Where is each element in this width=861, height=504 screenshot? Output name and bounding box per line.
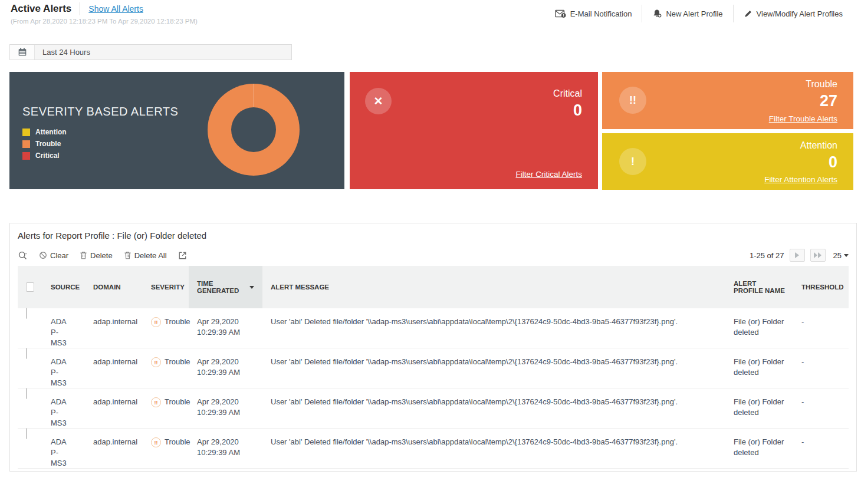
sort-descending-icon <box>249 286 254 289</box>
filter-attention-alerts-link[interactable]: Filter Attention Alerts <box>764 175 837 184</box>
new-alert-profile-button[interactable]: New Alert Profile <box>642 9 732 18</box>
column-header-domain[interactable]: DOMAIN <box>85 266 143 308</box>
critical-count: 0 <box>573 101 582 120</box>
severity-chart-panel: SEVERITY BASED ALERTS Attention Trouble … <box>9 72 344 189</box>
filter-critical-alerts-link[interactable]: Filter Critical Alerts <box>515 170 582 179</box>
donut-hole <box>231 107 276 152</box>
severity-donut-chart <box>208 84 300 176</box>
clear-button[interactable]: Clear <box>39 251 68 260</box>
select-all-checkbox[interactable] <box>26 282 34 292</box>
critical-label: Critical <box>553 88 582 99</box>
summary-panels: SEVERITY BASED ALERTS Attention Trouble … <box>0 72 861 190</box>
row-checkbox[interactable] <box>26 308 27 319</box>
table-body: ADAP-MS3 adap.internal !! Trouble Apr 29… <box>18 308 849 469</box>
attention-swatch <box>22 129 30 136</box>
time-generated-cell: Apr 29,2020 10:29:39 AM <box>189 388 262 429</box>
time-time: 10:29:39 AM <box>197 367 254 378</box>
new-alert-profile-icon <box>652 9 662 18</box>
trouble-severity-icon: !! <box>151 437 161 447</box>
trouble-label: Trouble <box>806 79 837 90</box>
trouble-severity-icon: !! <box>151 357 161 367</box>
column-header-alert-profile-name[interactable]: ALERT PROFILE NAME <box>725 266 793 308</box>
attention-exclamation-icon: ! <box>619 148 646 175</box>
page-size-value: 25 <box>833 251 842 260</box>
alerts-table-card: Alerts for Report Profile : File (or) Fo… <box>9 223 857 472</box>
time-date: Apr 29,2020 <box>197 397 254 407</box>
column-header-time-generated[interactable]: TIME GENERATED <box>189 266 262 308</box>
alert-profile-name-cell: File (or) Folder deleted <box>725 308 793 348</box>
critical-card: ✕ Critical 0 Filter Critical Alerts <box>350 72 598 189</box>
legend-item-attention: Attention <box>22 126 67 138</box>
page-header: Active Alerts Show All Alerts (From Apr … <box>11 2 198 25</box>
trash-icon <box>80 251 87 259</box>
next-page-button[interactable] <box>790 249 805 262</box>
column-header-threshold[interactable]: THRESHOLD <box>793 266 849 308</box>
time-generated-cell: Apr 29,2020 10:29:39 AM <box>189 348 262 388</box>
edit-pencil-icon <box>744 9 752 18</box>
row-checkbox[interactable] <box>26 388 27 399</box>
pagination: 1-25 of 27 25 <box>750 249 849 262</box>
table-header-row: SOURCE DOMAIN SEVERITY TIME GENERATED AL… <box>18 266 849 308</box>
email-notification-button[interactable]: E-Mail Notification <box>545 9 642 18</box>
header-actions: E-Mail Notification New Alert Profile Vi… <box>545 5 853 22</box>
threshold-cell: - <box>793 388 849 429</box>
export-button[interactable] <box>178 251 187 260</box>
table-row: ADAP-MS3 adap.internal !! Trouble Apr 29… <box>18 308 849 348</box>
view-modify-alert-profiles-button[interactable]: View/Modify Alert Profiles <box>734 9 853 18</box>
page-size-dropdown[interactable]: 25 <box>833 251 849 260</box>
row-checkbox-cell <box>18 308 42 348</box>
row-checkbox-cell <box>18 388 42 429</box>
trash-icon <box>124 251 132 259</box>
next-page-icon <box>795 252 799 258</box>
column-header-alert-message[interactable]: ALERT MESSAGE <box>262 266 725 308</box>
alerts-table-title: Alerts for Report Profile : File (or) Fo… <box>18 230 856 241</box>
table-row: ADAP-MS3 adap.internal !! Trouble Apr 29… <box>18 348 849 388</box>
threshold-cell: - <box>793 348 849 388</box>
trouble-severity-icon: !! <box>151 317 161 327</box>
time-time: 10:29:39 AM <box>197 407 254 418</box>
donut-segment-edge <box>253 84 254 107</box>
time-generated-cell: Apr 29,2020 10:29:39 AM <box>189 308 262 348</box>
calendar-icon <box>10 45 35 60</box>
trouble-severity-icon: !! <box>151 397 161 407</box>
time-date: Apr 29,2020 <box>197 437 254 447</box>
domain-cell: adap.internal <box>85 388 143 429</box>
column-search-button[interactable] <box>18 251 28 261</box>
delete-button[interactable]: Delete <box>80 251 113 260</box>
time-time: 10:29:39 AM <box>197 327 254 338</box>
period-selector[interactable]: Last 24 Hours <box>9 44 292 60</box>
row-checkbox[interactable] <box>26 428 27 439</box>
show-all-alerts-link[interactable]: Show All Alerts <box>88 4 143 14</box>
delete-label: Delete <box>90 251 113 260</box>
search-icon <box>18 251 28 261</box>
severity-cell: !! Trouble <box>143 348 189 388</box>
alert-profile-name-cell: File (or) Folder deleted <box>725 388 793 429</box>
alert-message-cell: User 'abi' Deleted file/folder '\\adap-m… <box>262 348 725 388</box>
trouble-exclamation-icon: !! <box>619 87 646 114</box>
severity-text: Trouble <box>165 357 190 367</box>
delete-all-button[interactable]: Delete All <box>124 251 167 260</box>
row-checkbox-cell <box>18 348 42 388</box>
filter-trouble-alerts-link[interactable]: Filter Trouble Alerts <box>769 114 837 123</box>
active-alerts-screen: Active Alerts Show All Alerts (From Apr … <box>0 0 861 504</box>
domain-cell: adap.internal <box>85 429 143 469</box>
alert-message-cell: User 'abi' Deleted file/folder '\\adap-m… <box>262 429 725 469</box>
source-cell: ADAP-MS3 <box>42 388 78 429</box>
clear-slash-circle-icon <box>39 251 47 259</box>
time-date: Apr 29,2020 <box>197 317 254 327</box>
last-page-button[interactable] <box>810 249 826 262</box>
domain-cell: adap.internal <box>85 348 143 388</box>
row-checkbox[interactable] <box>26 348 27 359</box>
alert-message-cell: User 'abi' Deleted file/folder '\\adap-m… <box>262 308 725 348</box>
period-value: Last 24 Hours <box>35 45 90 60</box>
alert-profile-name-cell: File (or) Folder deleted <box>725 348 793 388</box>
severity-cell: !! Trouble <box>143 429 189 469</box>
severity-text: Trouble <box>165 397 190 407</box>
alerts-toolbar: Clear Delete Delete All 1-25 of <box>18 247 849 263</box>
title-divider <box>80 2 80 15</box>
new-alert-profile-label: New Alert Profile <box>666 9 722 18</box>
source-cell: ADAP-MS3 <box>42 308 78 348</box>
legend-item-critical: Critical <box>22 150 67 162</box>
column-header-source[interactable]: SOURCE <box>42 266 85 308</box>
column-header-severity[interactable]: SEVERITY <box>143 266 189 308</box>
